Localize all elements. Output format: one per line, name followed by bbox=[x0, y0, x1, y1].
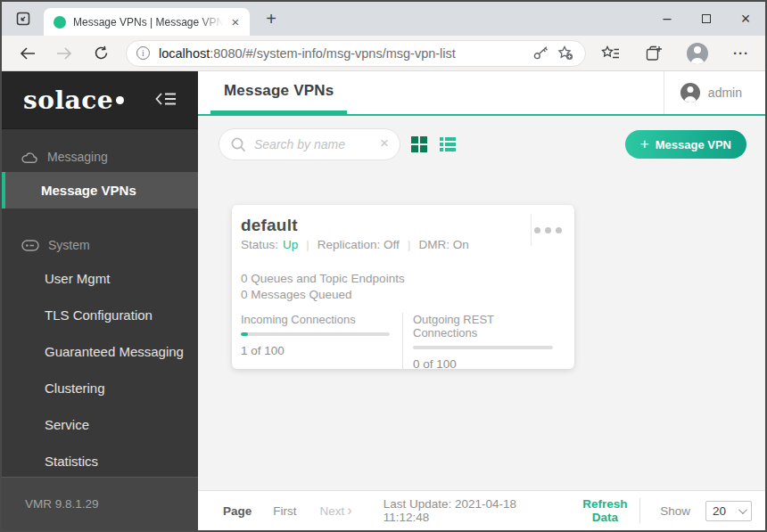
metric-label: Incoming Connections bbox=[241, 313, 390, 326]
browser-tabstrip: Message VPNs | Message VPNs | × + – × bbox=[2, 2, 765, 36]
last-update-text: Last Update: 2021-04-18 11:12:48 bbox=[384, 497, 554, 524]
url-host: localhost bbox=[159, 46, 210, 61]
progress-track bbox=[413, 346, 553, 349]
maximize-button[interactable] bbox=[687, 2, 726, 36]
first-page-button[interactable]: First bbox=[273, 504, 296, 518]
sidebar-item-tls-configuration[interactable]: TLS Configuration bbox=[2, 297, 198, 333]
sidebar-logo-row: solace bbox=[2, 71, 198, 129]
tab-actions-icon bbox=[16, 12, 30, 26]
search-box: × bbox=[219, 128, 400, 160]
separator: | bbox=[408, 238, 411, 251]
metric-label: Outgoing REST Connections bbox=[413, 313, 553, 340]
url-path: :8080/#/system-info/msg-vpns/msg-vpn-lis… bbox=[210, 46, 456, 61]
replication-status: Replication: Off bbox=[318, 238, 400, 251]
sidebar-section-label: System bbox=[48, 238, 90, 252]
page-label: Page bbox=[223, 504, 252, 518]
minimize-button[interactable]: – bbox=[647, 2, 687, 36]
tab-title: Message VPNs | Message VPNs | bbox=[73, 16, 227, 29]
favorites-button[interactable] bbox=[598, 42, 622, 65]
back-icon bbox=[20, 47, 36, 60]
tab-close-button[interactable]: × bbox=[227, 13, 244, 31]
tab-actions-button[interactable] bbox=[10, 7, 37, 30]
vpn-metrics: Incoming Connections 1 of 100 Outgoing R… bbox=[241, 313, 565, 371]
sidebar-item-service[interactable]: Service bbox=[2, 406, 198, 443]
sidebar-nav: Messaging Message VPNs System User Mgmt … bbox=[2, 129, 198, 477]
search-clear-button[interactable]: × bbox=[380, 135, 389, 154]
metric-value: 0 of 100 bbox=[413, 357, 553, 371]
maximize-icon bbox=[702, 14, 711, 23]
sidebar: solace Messaging Message VPNs System bbox=[2, 71, 198, 530]
refresh-button[interactable] bbox=[87, 40, 114, 67]
sidebar-item-clustering[interactable]: Clustering bbox=[2, 370, 198, 406]
forward-button[interactable] bbox=[51, 40, 78, 67]
sidebar-item-message-vpns[interactable]: Message VPNs bbox=[2, 172, 198, 209]
sidebar-item-label: Guaranteed Messaging bbox=[45, 344, 184, 359]
sidebar-item-label: User Mgmt bbox=[45, 271, 110, 286]
refresh-data-button[interactable]: Refresh Data bbox=[571, 497, 640, 524]
user-name: admin bbox=[708, 86, 742, 100]
queues-endpoints-line: 0 Queues and Topic Endpoints bbox=[241, 271, 565, 287]
metric-value: 1 of 100 bbox=[241, 344, 390, 357]
grid-view-button[interactable] bbox=[411, 135, 429, 153]
page-size-group: Show 20 bbox=[639, 498, 752, 523]
add-favorite-button[interactable] bbox=[555, 43, 576, 64]
show-label: Show bbox=[660, 504, 690, 518]
sidebar-item-statistics[interactable]: Statistics bbox=[2, 443, 198, 477]
appliance-icon bbox=[21, 240, 39, 251]
address-bar[interactable]: i localhost:8080/#/system-info/msg-vpns/… bbox=[126, 40, 586, 67]
list-view-button[interactable] bbox=[440, 135, 458, 153]
user-avatar-icon bbox=[680, 83, 700, 102]
sidebar-item-label: Service bbox=[45, 417, 89, 432]
solace-logo-dot bbox=[116, 96, 124, 104]
sidebar-item-label: Message VPNs bbox=[41, 183, 136, 198]
chevron-down-icon bbox=[738, 505, 747, 514]
main-panel: Message VPNs admin × bbox=[198, 71, 765, 530]
page-header: Message VPNs admin bbox=[198, 71, 765, 114]
sidebar-collapse-button[interactable] bbox=[152, 88, 180, 112]
next-label: Next bbox=[320, 504, 345, 518]
user-menu[interactable]: admin bbox=[664, 71, 765, 114]
chevron-right-icon: › bbox=[347, 503, 351, 518]
next-page-button[interactable]: Next › bbox=[320, 503, 352, 518]
solace-favicon bbox=[54, 16, 66, 29]
list-view-icon bbox=[440, 137, 458, 151]
sidebar-item-guaranteed-messaging[interactable]: Guaranteed Messaging bbox=[2, 333, 198, 370]
browser-toolbar: i localhost:8080/#/system-info/msg-vpns/… bbox=[2, 36, 765, 71]
browser-tab-active[interactable]: Message VPNs | Message VPNs | × bbox=[44, 8, 250, 36]
sidebar-section-messaging: Messaging bbox=[2, 142, 198, 172]
vpn-summary: 0 Queues and Topic Endpoints 0 Messages … bbox=[241, 271, 565, 303]
star-add-icon bbox=[557, 45, 573, 61]
dmr-status: DMR: On bbox=[418, 238, 468, 251]
page-size-value: 20 bbox=[713, 504, 726, 518]
cloud-icon bbox=[21, 151, 38, 164]
browser-window: Message VPNs | Message VPNs | × + – × i … bbox=[0, 0, 767, 532]
refresh-icon bbox=[94, 45, 109, 61]
actions-row: × + Message VPN bbox=[198, 116, 765, 160]
separator: | bbox=[306, 238, 309, 251]
status-value: Up bbox=[283, 238, 298, 251]
profile-avatar-icon bbox=[687, 43, 708, 64]
page-size-select[interactable]: 20 bbox=[705, 501, 752, 521]
card-menu-button[interactable] bbox=[531, 214, 574, 246]
browser-action-icons: ··· bbox=[598, 42, 753, 65]
pagination-footer: Page First Next › Last Update: 2021-04-1… bbox=[198, 490, 765, 530]
close-button[interactable]: × bbox=[726, 2, 765, 36]
url-text[interactable]: localhost:8080/#/system-info/msg-vpns/ms… bbox=[159, 46, 526, 61]
progress-track bbox=[241, 332, 390, 336]
sidebar-item-user-mgmt[interactable]: User Mgmt bbox=[2, 260, 198, 297]
search-input[interactable] bbox=[254, 137, 380, 151]
browser-menu-button[interactable]: ··· bbox=[730, 42, 753, 65]
version-label: VMR 9.8.1.29 bbox=[25, 497, 99, 511]
site-info-icon[interactable]: i bbox=[136, 46, 150, 60]
password-key-button[interactable] bbox=[530, 43, 551, 64]
create-message-vpn-button[interactable]: + Message VPN bbox=[625, 130, 746, 159]
profile-button[interactable] bbox=[686, 42, 709, 65]
collections-button[interactable] bbox=[642, 42, 665, 65]
vpn-card-default[interactable]: default Status: Up | Replication: Off | … bbox=[232, 205, 574, 369]
vpn-name: default bbox=[241, 216, 565, 235]
back-button[interactable] bbox=[14, 40, 41, 67]
page-title: Message VPNs bbox=[210, 71, 347, 114]
solace-logo: solace bbox=[23, 86, 113, 115]
messages-queued-line: 0 Messages Queued bbox=[241, 287, 565, 303]
new-tab-button[interactable]: + bbox=[259, 6, 284, 31]
